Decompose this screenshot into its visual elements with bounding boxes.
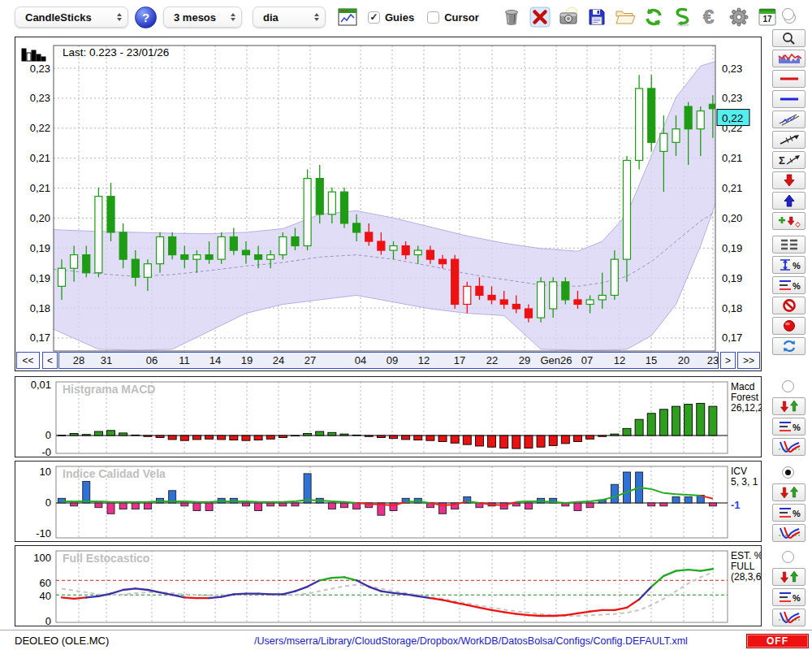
period-select[interactable]: 3 mesos [163, 6, 242, 28]
stochastic-chart-canvas[interactable]: 10060400Full EstocasticoEST. %FULL(28,3,… [15, 546, 761, 626]
disable-button[interactable] [772, 297, 806, 314]
rows-button[interactable] [772, 236, 806, 254]
blue-hline-button[interactable] [772, 90, 806, 108]
open-button[interactable] [614, 5, 637, 29]
svg-text:0,23: 0,23 [30, 63, 50, 75]
guies-label: Guies [385, 11, 414, 24]
v-curves-icon [777, 611, 801, 624]
arrow-up-button[interactable] [772, 192, 806, 210]
macd-arrows-button[interactable] [772, 397, 806, 415]
sum-trendline-button[interactable]: Σ [772, 151, 806, 169]
date-tick-label: Gen26 [540, 354, 572, 366]
sync-button[interactable] [671, 5, 693, 29]
record-button[interactable] [772, 317, 806, 335]
red-down-arrow-icon [777, 174, 801, 187]
interval-value: dia [263, 11, 279, 24]
price-chart-canvas[interactable]: 0,230,230,230,230,220,220,210,210,210,21… [15, 37, 761, 352]
date-axis-strip[interactable]: 2831061114192427040912172229Gen260712152… [58, 352, 719, 369]
gear-icon [728, 6, 749, 28]
refresh-small-button[interactable] [772, 337, 806, 355]
settings-button[interactable] [728, 5, 750, 29]
magnifier-icon [777, 32, 801, 45]
macd-lines-percent-button[interactable]: % [772, 418, 806, 436]
svg-text:%: % [793, 422, 801, 432]
price-overview-button[interactable] [772, 50, 806, 67]
svg-text:0,17: 0,17 [30, 332, 50, 344]
vertical-percent-button[interactable]: % [772, 256, 806, 274]
date-tick-label: 22 [486, 354, 498, 366]
stochastic-arrows-button[interactable] [772, 568, 806, 586]
macd-radio[interactable] [782, 380, 794, 392]
svg-text:0: 0 [45, 429, 51, 441]
icv-arrows-button[interactable] [772, 483, 806, 501]
v-curves-icon [777, 526, 801, 540]
open-folder-icon [615, 6, 636, 28]
channel-button[interactable] [772, 110, 806, 128]
svg-text:0,23: 0,23 [722, 92, 742, 104]
reload-button[interactable] [642, 5, 665, 29]
trash-button[interactable] [500, 5, 523, 29]
svg-text:0,22: 0,22 [722, 112, 743, 124]
svg-text:FULL: FULL [731, 561, 755, 572]
sync-s-icon [672, 6, 693, 28]
nav-prev-button[interactable]: < [42, 352, 58, 369]
svg-text:0,21: 0,21 [722, 152, 742, 164]
macd-curves-button[interactable] [772, 438, 806, 456]
stochastic-lines-percent-button[interactable]: % [772, 588, 806, 606]
date-tick-label: 07 [581, 354, 593, 366]
stochastic-curves-button[interactable] [772, 609, 806, 626]
stochastic-radio[interactable] [782, 551, 794, 563]
delete-button[interactable] [529, 5, 551, 29]
guies-checkbox[interactable]: ✓ Guies [368, 11, 414, 24]
floppy-save-icon [587, 7, 607, 27]
off-button[interactable]: OFF [746, 634, 809, 648]
icv-curves-button[interactable] [772, 524, 806, 542]
price-panel[interactable]: 0,230,230,230,230,220,220,210,210,210,21… [15, 37, 762, 371]
config-path-label: /Users/mserra/Library/CloudStorage/Dropb… [195, 635, 747, 647]
channel-icon [777, 113, 801, 126]
icv-chart-canvas[interactable]: 100-10Indice Calidad VelaICV5, 3, 1-1 [15, 462, 761, 541]
svg-text:€: € [703, 6, 714, 28]
chevron-updown-icon [109, 11, 122, 24]
macd-panel[interactable]: 0,010-0Histgrama MACDMacdForest26,12,26 [15, 376, 762, 457]
add-signals-button[interactable] [772, 212, 806, 230]
date-tick-label: 12 [614, 354, 625, 366]
nav-first-button[interactable]: << [16, 352, 40, 369]
guies-checkbox-box: ✓ [368, 11, 380, 24]
icv-radio[interactable] [782, 466, 794, 479]
cursor-checkbox[interactable]: Cursor [427, 11, 479, 24]
date-tick-label: 12 [418, 354, 430, 366]
chart-window-button[interactable] [336, 5, 359, 29]
svg-text:%: % [793, 261, 801, 271]
zoom-button[interactable] [772, 29, 806, 47]
svg-text:0,20: 0,20 [30, 212, 50, 224]
top-toolbar: CandleSticks ? 3 mesos dia ✓ Guies C [0, 0, 812, 34]
help-button[interactable]: ? [135, 6, 157, 28]
red-hline-button[interactable] [772, 70, 806, 88]
svg-text:100: 100 [33, 552, 51, 564]
svg-text:0,19: 0,19 [30, 272, 50, 284]
stochastic-panel[interactable]: 10060400Full EstocasticoEST. %FULL(28,3,… [15, 545, 762, 626]
arrow-down-button[interactable] [772, 171, 806, 189]
blue-up-arrow-icon [777, 194, 801, 207]
snapshot-button[interactable] [557, 5, 580, 29]
svg-text:0,23: 0,23 [30, 92, 50, 104]
cursor-checkbox-box [427, 11, 439, 24]
svg-text:%: % [793, 281, 801, 291]
chart-type-select[interactable]: CandleSticks [15, 6, 128, 28]
nav-last-button[interactable]: >> [737, 352, 760, 369]
date-tick-label: 17 [454, 354, 465, 366]
save-button[interactable] [585, 5, 608, 29]
lines-percent-icon: % [777, 279, 801, 292]
euro-button[interactable]: € [699, 5, 722, 29]
date-tick-label: 31 [101, 354, 112, 366]
icv-panel[interactable]: 100-10Indice Calidad VelaICV5, 3, 1-1 [15, 461, 762, 542]
interval-select[interactable]: dia [253, 6, 326, 28]
macd-chart-canvas[interactable]: 0,010-0Histgrama MACDMacdForest26,12,26 [15, 377, 761, 457]
nav-next-button[interactable]: > [720, 352, 736, 369]
trendline-button[interactable] [772, 131, 806, 149]
icv-lines-percent-button[interactable]: % [772, 504, 806, 522]
blue-hline-icon [777, 93, 801, 106]
sidebar-top-radio[interactable] [782, 8, 794, 20]
lines-percent-button[interactable]: % [772, 276, 806, 294]
